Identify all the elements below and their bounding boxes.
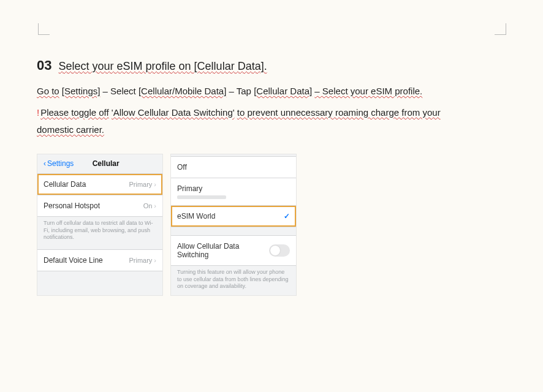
text: Go to <box>37 86 59 96</box>
row-label: Default Voice Line <box>44 256 103 265</box>
step-title-text: Select your eSIM profile on [Cellular Da… <box>59 60 267 72</box>
nav-title: Cellular <box>55 159 156 168</box>
phone-panel-cellular: ‹ Settings Cellular Cellular Data Primar… <box>37 154 163 296</box>
row-label: Allow Cellular Data Switching <box>177 242 269 259</box>
settings-group-1: Cellular Data Primary › Personal Hotspot… <box>37 173 162 241</box>
chevron-left-icon: ‹ <box>44 159 46 168</box>
document-page: 03 Select your eSIM profile on [Cellular… <box>0 0 543 392</box>
row-label: Cellular Data <box>44 180 86 189</box>
row-esim-world[interactable]: eSIM World ✓ <box>171 205 296 227</box>
text: [Cellular/Mobile Data] <box>139 86 226 96</box>
row-label: eSIM World <box>177 212 215 221</box>
row-value: Primary › <box>129 257 156 264</box>
group-footer-note: Turning this feature on will allow your … <box>171 266 296 290</box>
chevron-right-icon: › <box>154 181 156 188</box>
value-text: On <box>143 202 153 209</box>
row-cellular-data[interactable]: Cellular Data Primary › <box>37 173 162 195</box>
text: 'Allow Cellular Data Switching' <box>112 107 235 118</box>
step-number: 03 <box>37 58 51 73</box>
text: – Tap <box>229 86 251 96</box>
row-primary[interactable]: Primary <box>171 178 296 206</box>
settings-group-2: Default Voice Line Primary › <box>37 249 162 271</box>
row-label: Primary <box>177 184 202 193</box>
crop-mark-top-right <box>495 23 506 35</box>
warning-icon: ! <box>37 107 39 118</box>
chevron-right-icon: › <box>154 202 156 209</box>
row-label: Off <box>177 163 187 172</box>
phone-panel-data-line: Off Primary eSIM World ✓ Allow Cellular … <box>170 154 297 296</box>
switching-group: Allow Cellular Data Switching Turning th… <box>171 235 296 290</box>
value-text: Primary <box>129 257 152 264</box>
number-placeholder <box>177 195 226 199</box>
chevron-right-icon: › <box>154 257 156 264</box>
row-off[interactable]: Off <box>171 156 296 178</box>
group-footer-note: Turn off cellular data to restrict all d… <box>37 217 162 241</box>
line-choice-group: Off Primary eSIM World ✓ <box>171 156 296 227</box>
toggle-switch-off[interactable] <box>269 244 290 257</box>
checkmark-icon: ✓ <box>284 212 290 221</box>
row-label: Personal Hotspot <box>44 202 100 210</box>
text: [Settings] <box>62 86 101 96</box>
screenshot-row: ‹ Settings Cellular Cellular Data Primar… <box>37 154 503 296</box>
text: Please toggle off <box>40 107 108 118</box>
instruction-line-1: Go to [Settings] – Select [Cellular/Mobi… <box>37 83 503 100</box>
row-hotspot[interactable]: Personal Hotspot On › <box>37 195 162 217</box>
row-value: On › <box>143 202 156 209</box>
row-value: Primary › <box>129 181 156 188</box>
text: – Select your eSIM profile. <box>314 86 422 96</box>
step-title: 03 Select your eSIM profile on [Cellular… <box>37 54 503 77</box>
crop-mark-top-left <box>38 23 50 35</box>
text: [Cellular Data] <box>254 86 312 96</box>
step-content: 03 Select your eSIM profile on [Cellular… <box>37 17 503 296</box>
text: – Select <box>103 86 136 96</box>
row-allow-switching[interactable]: Allow Cellular Data Switching <box>171 235 296 266</box>
text: domestic carrier. <box>37 124 104 135</box>
instruction-line-2: !Please toggle off 'Allow Cellular Data … <box>37 104 503 139</box>
nav-bar: ‹ Settings Cellular <box>37 154 162 174</box>
value-text: Primary <box>129 181 152 188</box>
text: to prevent unnecessary roaming charge fr… <box>237 107 441 118</box>
row-voice-line[interactable]: Default Voice Line Primary › <box>37 249 162 271</box>
